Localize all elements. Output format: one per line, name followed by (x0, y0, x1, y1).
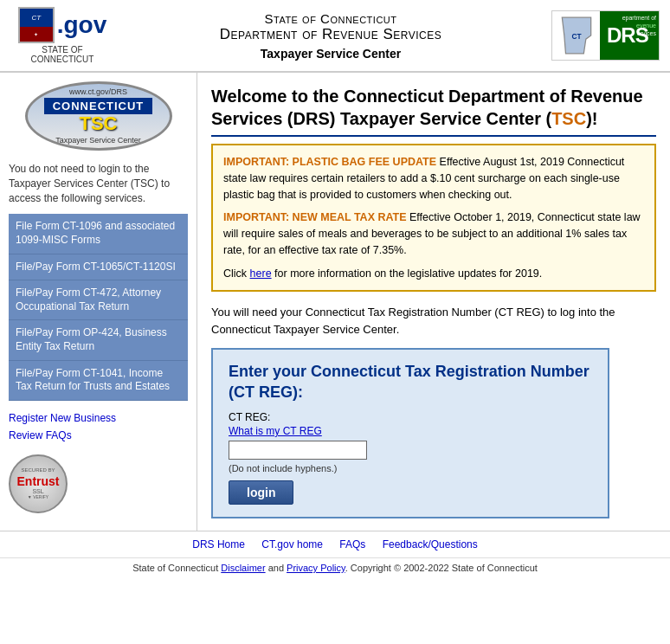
important-notices-box: IMPORTANT: PLASTIC BAG FEE UPDATE Effect… (211, 144, 656, 292)
nav-item-ct472[interactable]: File/Pay Form CT-472, Attorney Occupatio… (9, 280, 188, 320)
state-title: State of Connecticut (114, 11, 547, 26)
welcome-title: Welcome to the Connecticut Department of… (211, 85, 656, 137)
login-box: Enter your Connecticut Tax Registration … (211, 348, 609, 518)
click-here-text: Click here for more information on the l… (223, 266, 644, 282)
important-notice-2: IMPORTANT: NEW MEAL TAX RATE Effective O… (223, 209, 644, 258)
what-is-ct-reg-link[interactable]: What is my CT REG (229, 425, 592, 437)
dept-title: Department of Revenue Services (114, 26, 547, 43)
privacy-policy-link[interactable]: Privacy Policy (287, 563, 345, 573)
review-faqs-link[interactable]: Review FAQs (9, 427, 188, 444)
footer-faqs-link[interactable]: FAQs (339, 538, 365, 551)
ssl-text: SSL (32, 488, 43, 494)
footer-ctgov-link[interactable]: CT.gov home (261, 538, 323, 551)
nav-item-ct1041[interactable]: File/Pay Form CT-1041, Income Tax Return… (9, 361, 188, 401)
svg-text:CT: CT (571, 32, 581, 41)
tsc-logo-oval: www.ct.gov/DRS CONNECTICUT TSC Taxpayer … (25, 81, 172, 151)
header-title-area: State of Connecticut Department of Reven… (114, 11, 547, 61)
footer-bottom: State of Connecticut Disclaimer and Priv… (0, 557, 670, 577)
welcome-title-end: )! (586, 109, 597, 128)
disclaimer-link[interactable]: Disclaimer (221, 563, 265, 573)
secured-text: SECURED BY (21, 467, 55, 473)
footer-bottom-end: . Copyright © 2002-2022 State of Connect… (345, 563, 538, 573)
ct-map-icon: CT (558, 14, 595, 57)
entrust-name: Entrust (17, 474, 60, 488)
reg-info-text: You will need your Connecticut Tax Regis… (211, 304, 656, 338)
tsc-acronym-link[interactable]: TSC (551, 109, 586, 128)
important-notice-1: IMPORTANT: PLASTIC BAG FEE UPDATE Effect… (223, 154, 644, 203)
taxpayer-service-label: Taxpayer Service Center (28, 136, 170, 145)
ct-reg-label: CT REG: (229, 411, 592, 423)
important2-label: IMPORTANT: NEW MEAL TAX RATE (223, 211, 407, 223)
drs-logo: CT DRS epartment of evenue ervices (547, 10, 660, 61)
ct-gov-logo: CT ✦ .gov STATE OF CONNECTICUT (10, 7, 114, 64)
main-content: Welcome to the Connecticut Department of… (197, 73, 670, 531)
nav-item-op424[interactable]: File/Pay Form OP-424, Business Entity Ta… (9, 320, 188, 360)
sidebar-plain-links: Register New Business Review FAQs (9, 409, 188, 444)
entrust-badge: SECURED BY Entrust SSL ▼ VERIFY (9, 454, 68, 513)
footer-drs-home-link[interactable]: DRS Home (192, 538, 245, 551)
ct-state-label: STATE OF CONNECTICUT (10, 45, 114, 64)
main-layout: www.ct.gov/DRS CONNECTICUT TSC Taxpayer … (0, 73, 670, 531)
tsc-url-text: www.ct.gov/DRS (28, 87, 170, 96)
nav-item-ct1096[interactable]: File Form CT-1096 and associated 1099-MI… (9, 214, 188, 254)
sidebar: www.ct.gov/DRS CONNECTICUT TSC Taxpayer … (0, 73, 197, 531)
tsc-subtitle: Taxpayer Service Center (114, 47, 547, 61)
footer-bottom-start: State of Connecticut (132, 563, 221, 573)
click-suffix: for more information on the legislative … (272, 267, 543, 280)
sidebar-nav: File Form CT-1096 and associated 1099-MI… (9, 214, 188, 400)
footer-feedback-link[interactable]: Feedback/Questions (383, 538, 478, 551)
login-button[interactable]: login (229, 480, 293, 505)
here-link[interactable]: here (250, 267, 272, 280)
footer-and: and (266, 563, 287, 573)
sidebar-intro-text: You do not need to login to the Taxpayer… (9, 162, 188, 205)
no-hyphens-hint: (Do not include hyphens.) (229, 463, 592, 473)
page-header: CT ✦ .gov STATE OF CONNECTICUT State of … (0, 0, 670, 73)
tsc-logo-area: www.ct.gov/DRS CONNECTICUT TSC Taxpayer … (9, 81, 188, 153)
register-business-link[interactable]: Register New Business (9, 409, 188, 427)
ct-reg-input[interactable] (229, 441, 367, 460)
nav-item-ct1065[interactable]: File/Pay Form CT-1065/CT-1120SI (9, 254, 188, 281)
important1-label: IMPORTANT: PLASTIC BAG FEE UPDATE (223, 156, 436, 168)
verify-text: ▼ VERIFY (28, 494, 48, 499)
tsc-big-label: TSC (28, 113, 170, 135)
footer-links: DRS Home CT.gov home FAQs Feedback/Quest… (0, 531, 670, 557)
click-prefix: Click (223, 267, 250, 280)
login-box-title: Enter your Connecticut Tax Registration … (229, 362, 592, 402)
